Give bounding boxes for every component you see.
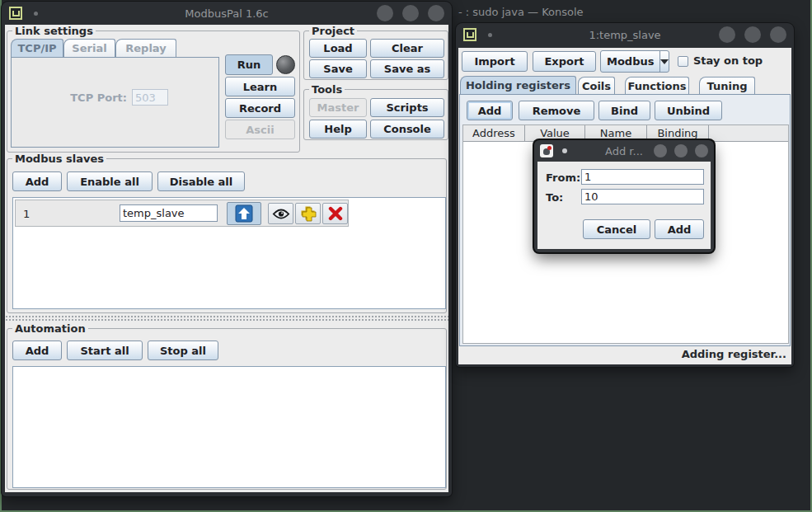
to-label: To: — [546, 191, 563, 204]
tools-title: Tools — [309, 83, 345, 96]
slave-delete-button[interactable] — [322, 203, 348, 224]
tcp-port-label: TCP Port: — [36, 92, 127, 104]
register-bind-button[interactable]: Bind — [598, 101, 650, 120]
save-button[interactable]: Save — [309, 59, 367, 78]
from-input[interactable] — [581, 169, 704, 185]
tab-replay[interactable]: Replay — [115, 39, 176, 57]
master-button: Master — [309, 98, 367, 117]
tools-group: Tools Master Scripts Help Console — [303, 89, 448, 140]
plus-icon — [300, 205, 317, 222]
clear-button[interactable]: Clear — [370, 39, 444, 58]
slave-view-button[interactable] — [268, 203, 293, 224]
run-toggle-button[interactable]: Run — [225, 54, 273, 75]
titlebar-pin-dot-icon — [562, 148, 567, 153]
tab-coils[interactable]: Coils — [578, 77, 615, 94]
start-all-button[interactable]: Start all — [67, 341, 143, 360]
eye-icon — [272, 208, 290, 220]
column-header-value[interactable]: Value — [525, 125, 585, 142]
tab-functions[interactable]: Functions — [625, 77, 689, 94]
close-button[interactable] — [428, 5, 444, 21]
slave-add-button[interactable]: Add — [12, 171, 62, 191]
modbus-slaves-title: Modbus slaves — [12, 153, 106, 165]
add-register-dialog: Add r... From: To: Cancel Add — [534, 140, 714, 252]
enable-all-button[interactable]: Enable all — [67, 171, 153, 191]
stay-on-top-label: Stay on top — [693, 54, 763, 67]
close-button[interactable] — [695, 144, 708, 157]
modbus-slaves-group: Modbus slaves Add Enable all Disable all… — [7, 158, 447, 313]
arrow-up-icon — [235, 204, 253, 223]
column-header-binding[interactable]: Binding — [647, 125, 709, 142]
record-button[interactable]: Record — [225, 98, 295, 118]
tab-holding-registers[interactable]: Holding registers — [460, 76, 576, 94]
export-button[interactable]: Export — [533, 51, 596, 72]
link-settings-title: Link settings — [12, 25, 96, 37]
java-app-icon — [540, 144, 553, 157]
automation-list-panel — [12, 366, 446, 488]
modbuspal-titlebar: ModbusPal 1.6c — [2, 2, 452, 25]
maximize-button[interactable] — [402, 5, 419, 21]
slave-id: 1 — [23, 208, 30, 220]
load-button[interactable]: Load — [309, 39, 367, 58]
modbuspal-app-icon[interactable] — [9, 7, 22, 20]
register-remove-button[interactable]: Remove — [519, 101, 594, 120]
slave-name-input[interactable] — [120, 204, 218, 222]
column-header-name[interactable]: Name — [585, 125, 647, 142]
column-header-empty — [709, 125, 788, 142]
split-divider[interactable] — [5, 315, 448, 322]
maximize-button[interactable] — [744, 26, 761, 43]
dialog-content: From: To: Cancel Add — [537, 162, 711, 249]
modbus-mode-value: Modbus — [601, 51, 660, 72]
modbuspal-window: ModbusPal 1.6c Link settings TCP/IP Seri… — [2, 2, 452, 496]
slave-enable-toggle[interactable] — [227, 202, 261, 225]
konsole-window-title: - : sudo java — Konsole — [458, 6, 584, 18]
learn-button[interactable]: Learn — [225, 77, 295, 96]
tcpip-tab-panel: TCP Port: — [11, 57, 219, 148]
tab-tcpip[interactable]: TCP/IP — [11, 39, 63, 57]
stay-on-top-checkbox[interactable] — [678, 56, 688, 67]
save-as-button[interactable]: Save as — [370, 59, 444, 78]
combo-arrow-button[interactable] — [660, 51, 669, 72]
minimize-button[interactable] — [377, 5, 393, 21]
maximize-button[interactable] — [674, 144, 688, 157]
automation-add-button[interactable]: Add — [12, 341, 62, 360]
slave-list-panel: 1 — [12, 197, 446, 309]
chevron-down-icon — [660, 59, 669, 64]
automation-group: Automation Add Start all Stop all — [7, 328, 447, 490]
dialog-add-button[interactable]: Add — [655, 219, 704, 239]
stop-all-button[interactable]: Stop all — [148, 341, 218, 360]
tab-serial[interactable]: Serial — [63, 39, 115, 57]
status-text: Adding register... — [458, 348, 786, 360]
temp-slave-titlebar: 1:temp_slave — [456, 23, 794, 46]
register-add-button[interactable]: Add — [467, 101, 513, 120]
register-unbind-button[interactable]: Unbind — [655, 101, 722, 120]
scripts-button[interactable]: Scripts — [370, 98, 444, 117]
slave-row: 1 — [15, 200, 349, 227]
minimize-button[interactable] — [719, 26, 735, 43]
registers-table-header: Address Value Name Binding — [463, 125, 788, 142]
window-controls — [719, 26, 786, 43]
help-button[interactable]: Help — [309, 120, 367, 139]
temp-slave-app-icon[interactable] — [463, 28, 476, 41]
project-group: Project Load Clear Save Save as — [303, 31, 448, 80]
project-title: Project — [309, 25, 357, 37]
console-button[interactable]: Console — [370, 120, 444, 139]
window-controls — [377, 5, 444, 21]
import-button[interactable]: Import — [462, 51, 528, 72]
modbus-mode-select[interactable]: Modbus — [600, 50, 669, 73]
to-input[interactable] — [581, 189, 704, 204]
column-header-address[interactable]: Address — [463, 125, 525, 142]
close-button[interactable] — [770, 26, 786, 43]
slave-duplicate-button[interactable] — [295, 203, 321, 224]
dialog-titlebar: Add r... — [534, 140, 714, 162]
automation-title: Automation — [12, 322, 88, 335]
ascii-button: Ascii — [225, 120, 295, 139]
tcp-port-input[interactable] — [132, 89, 168, 106]
minimize-button[interactable] — [654, 144, 667, 157]
window-controls — [654, 144, 708, 157]
cancel-button[interactable]: Cancel — [583, 219, 650, 239]
link-settings-group: Link settings TCP/IP Serial Replay TCP P… — [7, 31, 300, 153]
titlebar-pin-dot-icon — [34, 12, 38, 16]
modbuspal-content: Link settings TCP/IP Serial Replay TCP P… — [5, 25, 448, 492]
disable-all-button[interactable]: Disable all — [157, 171, 245, 191]
tab-tuning[interactable]: Tuning — [699, 77, 755, 94]
